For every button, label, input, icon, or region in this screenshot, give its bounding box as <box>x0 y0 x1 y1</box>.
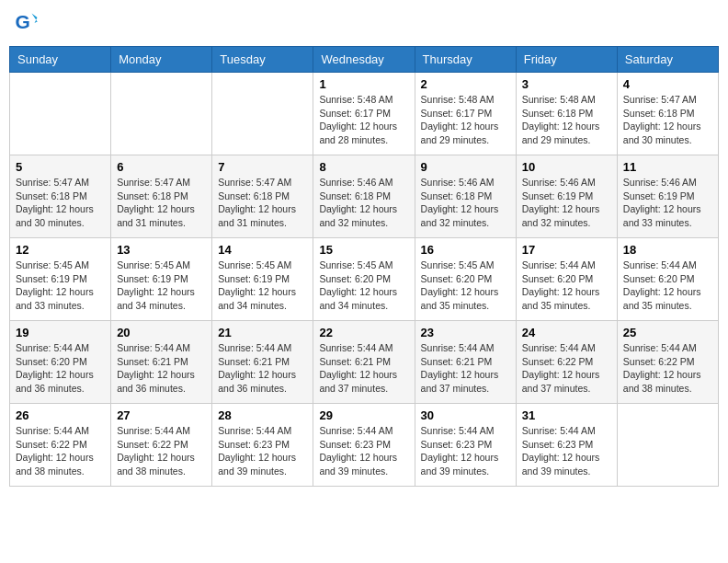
calendar-cell: 25Sunrise: 5:44 AM Sunset: 6:22 PM Dayli… <box>617 321 718 404</box>
calendar-cell: 30Sunrise: 5:44 AM Sunset: 6:23 PM Dayli… <box>415 404 516 487</box>
calendar-cell: 21Sunrise: 5:44 AM Sunset: 6:21 PM Dayli… <box>212 321 313 404</box>
calendar-cell: 17Sunrise: 5:44 AM Sunset: 6:20 PM Dayli… <box>516 238 617 321</box>
day-info: Sunrise: 5:44 AM Sunset: 6:22 PM Dayligh… <box>117 424 206 478</box>
calendar-cell: 2Sunrise: 5:48 AM Sunset: 6:17 PM Daylig… <box>415 73 516 155</box>
day-number: 19 <box>16 326 105 339</box>
calendar-cell: 27Sunrise: 5:44 AM Sunset: 6:22 PM Dayli… <box>111 404 212 487</box>
weekday-header-monday: Monday <box>111 47 212 73</box>
day-info: Sunrise: 5:44 AM Sunset: 6:23 PM Dayligh… <box>319 424 408 478</box>
week-row-2: 12Sunrise: 5:45 AM Sunset: 6:19 PM Dayli… <box>10 238 719 321</box>
logo: G <box>14 9 43 37</box>
day-number: 26 <box>16 408 105 422</box>
day-info: Sunrise: 5:45 AM Sunset: 6:19 PM Dayligh… <box>117 259 206 313</box>
day-info: Sunrise: 5:46 AM Sunset: 6:18 PM Dayligh… <box>319 176 408 230</box>
calendar-cell: 29Sunrise: 5:44 AM Sunset: 6:23 PM Dayli… <box>313 404 415 487</box>
calendar-cell: 13Sunrise: 5:45 AM Sunset: 6:19 PM Dayli… <box>111 238 212 321</box>
day-number: 30 <box>421 408 510 422</box>
day-info: Sunrise: 5:44 AM Sunset: 6:23 PM Dayligh… <box>218 424 307 478</box>
day-number: 10 <box>522 160 611 174</box>
weekday-header-wednesday: Wednesday <box>313 47 415 73</box>
day-info: Sunrise: 5:46 AM Sunset: 6:18 PM Dayligh… <box>421 176 510 230</box>
calendar-cell: 28Sunrise: 5:44 AM Sunset: 6:23 PM Dayli… <box>212 404 313 487</box>
day-info: Sunrise: 5:44 AM Sunset: 6:21 PM Dayligh… <box>319 341 408 396</box>
logo-icon: G <box>14 9 41 37</box>
day-info: Sunrise: 5:48 AM Sunset: 6:17 PM Dayligh… <box>421 93 510 147</box>
calendar-cell: 18Sunrise: 5:44 AM Sunset: 6:20 PM Dayli… <box>617 238 718 321</box>
day-info: Sunrise: 5:45 AM Sunset: 6:20 PM Dayligh… <box>421 259 510 313</box>
day-number: 12 <box>16 243 105 257</box>
calendar-cell: 22Sunrise: 5:44 AM Sunset: 6:21 PM Dayli… <box>313 321 415 404</box>
day-info: Sunrise: 5:47 AM Sunset: 6:18 PM Dayligh… <box>218 176 307 230</box>
calendar-cell: 1Sunrise: 5:48 AM Sunset: 6:17 PM Daylig… <box>313 73 415 155</box>
day-info: Sunrise: 5:44 AM Sunset: 6:22 PM Dayligh… <box>623 341 712 396</box>
weekday-header-thursday: Thursday <box>415 47 516 73</box>
calendar-cell: 19Sunrise: 5:44 AM Sunset: 6:20 PM Dayli… <box>10 321 111 404</box>
day-info: Sunrise: 5:44 AM Sunset: 6:22 PM Dayligh… <box>522 341 611 396</box>
svg-marker-1 <box>32 14 40 27</box>
day-number: 18 <box>623 243 712 257</box>
day-info: Sunrise: 5:47 AM Sunset: 6:18 PM Dayligh… <box>623 93 712 147</box>
calendar-cell: 7Sunrise: 5:47 AM Sunset: 6:18 PM Daylig… <box>212 155 313 238</box>
day-info: Sunrise: 5:47 AM Sunset: 6:18 PM Dayligh… <box>117 176 206 230</box>
calendar-cell <box>10 73 111 155</box>
day-number: 29 <box>319 408 408 422</box>
calendar-cell <box>111 73 212 155</box>
calendar-cell: 12Sunrise: 5:45 AM Sunset: 6:19 PM Dayli… <box>10 238 111 321</box>
day-info: Sunrise: 5:48 AM Sunset: 6:17 PM Dayligh… <box>319 93 408 147</box>
calendar-cell: 3Sunrise: 5:48 AM Sunset: 6:18 PM Daylig… <box>516 73 617 155</box>
day-number: 14 <box>218 243 307 257</box>
calendar-cell: 9Sunrise: 5:46 AM Sunset: 6:18 PM Daylig… <box>415 155 516 238</box>
calendar-cell: 23Sunrise: 5:44 AM Sunset: 6:21 PM Dayli… <box>415 321 516 404</box>
calendar-cell: 16Sunrise: 5:45 AM Sunset: 6:20 PM Dayli… <box>415 238 516 321</box>
day-number: 25 <box>623 326 712 339</box>
day-number: 11 <box>623 160 712 174</box>
day-number: 28 <box>218 408 307 422</box>
day-info: Sunrise: 5:47 AM Sunset: 6:18 PM Dayligh… <box>16 176 105 230</box>
calendar-cell: 15Sunrise: 5:45 AM Sunset: 6:20 PM Dayli… <box>313 238 415 321</box>
day-number: 31 <box>522 408 611 422</box>
weekday-header-saturday: Saturday <box>617 47 718 73</box>
weekday-header-sunday: Sunday <box>10 47 111 73</box>
day-info: Sunrise: 5:44 AM Sunset: 6:23 PM Dayligh… <box>522 424 611 478</box>
day-number: 9 <box>421 160 510 174</box>
calendar-cell: 26Sunrise: 5:44 AM Sunset: 6:22 PM Dayli… <box>10 404 111 487</box>
week-row-3: 19Sunrise: 5:44 AM Sunset: 6:20 PM Dayli… <box>10 321 719 404</box>
day-info: Sunrise: 5:46 AM Sunset: 6:19 PM Dayligh… <box>522 176 611 230</box>
day-info: Sunrise: 5:44 AM Sunset: 6:20 PM Dayligh… <box>623 259 712 313</box>
day-number: 1 <box>319 77 408 91</box>
day-number: 5 <box>16 160 105 174</box>
day-info: Sunrise: 5:44 AM Sunset: 6:20 PM Dayligh… <box>522 259 611 313</box>
day-number: 15 <box>319 243 408 257</box>
day-info: Sunrise: 5:45 AM Sunset: 6:19 PM Dayligh… <box>16 259 105 313</box>
page-header: G <box>9 9 719 37</box>
day-number: 27 <box>117 408 206 422</box>
day-number: 22 <box>319 326 408 339</box>
day-info: Sunrise: 5:44 AM Sunset: 6:20 PM Dayligh… <box>16 341 105 396</box>
day-number: 21 <box>218 326 307 339</box>
day-number: 16 <box>421 243 510 257</box>
calendar-cell: 20Sunrise: 5:44 AM Sunset: 6:21 PM Dayli… <box>111 321 212 404</box>
day-info: Sunrise: 5:45 AM Sunset: 6:19 PM Dayligh… <box>218 259 307 313</box>
weekday-header-row: SundayMondayTuesdayWednesdayThursdayFrid… <box>10 47 719 73</box>
calendar-cell <box>212 73 313 155</box>
week-row-0: 1Sunrise: 5:48 AM Sunset: 6:17 PM Daylig… <box>10 73 719 155</box>
calendar-cell: 14Sunrise: 5:45 AM Sunset: 6:19 PM Dayli… <box>212 238 313 321</box>
calendar-cell: 6Sunrise: 5:47 AM Sunset: 6:18 PM Daylig… <box>111 155 212 238</box>
day-info: Sunrise: 5:44 AM Sunset: 6:22 PM Dayligh… <box>16 424 105 478</box>
svg-text:G: G <box>16 11 30 32</box>
day-info: Sunrise: 5:44 AM Sunset: 6:21 PM Dayligh… <box>218 341 307 396</box>
calendar-table: SundayMondayTuesdayWednesdayThursdayFrid… <box>9 46 719 487</box>
calendar-cell: 8Sunrise: 5:46 AM Sunset: 6:18 PM Daylig… <box>313 155 415 238</box>
day-number: 6 <box>117 160 206 174</box>
calendar-cell: 4Sunrise: 5:47 AM Sunset: 6:18 PM Daylig… <box>617 73 718 155</box>
day-number: 8 <box>319 160 408 174</box>
day-info: Sunrise: 5:44 AM Sunset: 6:21 PM Dayligh… <box>117 341 206 396</box>
day-info: Sunrise: 5:45 AM Sunset: 6:20 PM Dayligh… <box>319 259 408 313</box>
day-number: 3 <box>522 77 611 91</box>
day-number: 4 <box>623 77 712 91</box>
day-number: 23 <box>421 326 510 339</box>
day-info: Sunrise: 5:48 AM Sunset: 6:18 PM Dayligh… <box>522 93 611 147</box>
day-number: 2 <box>421 77 510 91</box>
calendar-cell: 31Sunrise: 5:44 AM Sunset: 6:23 PM Dayli… <box>516 404 617 487</box>
day-number: 7 <box>218 160 307 174</box>
